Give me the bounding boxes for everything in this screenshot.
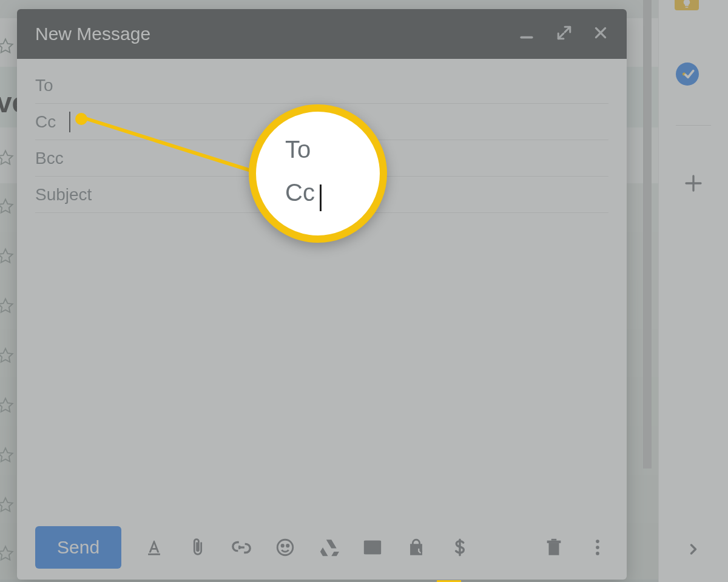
svg-marker-6 [0,398,13,411]
subject-label: Subject [35,185,92,205]
star-icon[interactable] [0,198,15,215]
svg-marker-5 [0,348,13,362]
more-options-icon[interactable] [587,536,608,558]
svg-marker-2 [0,199,13,212]
keep-icon[interactable] [675,0,699,10]
compose-header: New Message [17,9,627,59]
fullscreen-button[interactable] [556,25,572,43]
insert-drive-icon[interactable] [318,536,340,558]
to-label: To [35,76,53,95]
svg-marker-7 [0,448,13,461]
collapse-panel-button[interactable] [659,541,728,558]
insert-money-icon[interactable] [449,536,471,558]
insert-emoji-icon[interactable] [274,536,296,558]
star-icon[interactable] [0,496,15,513]
svg-marker-4 [0,299,13,312]
attach-file-icon[interactable] [187,536,209,558]
svg-point-20 [281,544,283,546]
svg-marker-0 [0,39,13,52]
tasks-icon[interactable] [676,63,699,86]
format-text-icon[interactable] [143,536,165,558]
svg-marker-8 [0,498,13,511]
star-icon[interactable] [0,545,15,562]
compose-body[interactable] [17,213,627,515]
cc-label: Cc [35,112,56,132]
star-icon[interactable] [0,397,15,414]
send-button[interactable]: Send [35,526,121,569]
star-icon[interactable] [0,447,15,464]
svg-marker-9 [0,546,13,560]
to-field[interactable]: To [35,67,608,104]
scrollbar[interactable] [643,0,652,469]
callout-anchor-dot [75,113,87,125]
compose-toolbar: Send [17,515,627,580]
compose-title: New Message [35,24,150,44]
star-icon[interactable] [0,248,15,265]
bcc-label: Bcc [35,149,64,168]
text-caret [69,112,70,132]
star-icon[interactable] [0,38,15,55]
svg-point-29 [596,552,599,555]
svg-marker-1 [0,151,13,164]
insert-photo-icon[interactable] [362,536,383,558]
star-icon[interactable] [0,347,15,364]
discard-draft-icon[interactable] [543,536,565,558]
minimize-button[interactable] [517,24,536,44]
add-addon-button[interactable] [659,172,728,194]
svg-point-19 [277,540,293,555]
compose-window: New Message To Cc Bc [17,9,627,580]
callout-cc-label: Cc [285,179,315,206]
svg-point-21 [287,544,289,546]
star-icon[interactable] [0,297,15,314]
star-icon[interactable] [0,149,15,166]
svg-point-27 [596,540,599,543]
svg-marker-3 [0,249,13,262]
close-button[interactable] [593,25,608,43]
svg-point-28 [596,546,599,549]
divider [676,125,711,126]
callout-to-label: To [285,136,311,163]
text-caret [320,184,322,211]
insert-link-icon[interactable] [231,536,252,558]
side-panel [658,0,728,582]
zoom-callout: To Cc [249,104,387,243]
confidential-mode-icon[interactable] [405,536,427,558]
